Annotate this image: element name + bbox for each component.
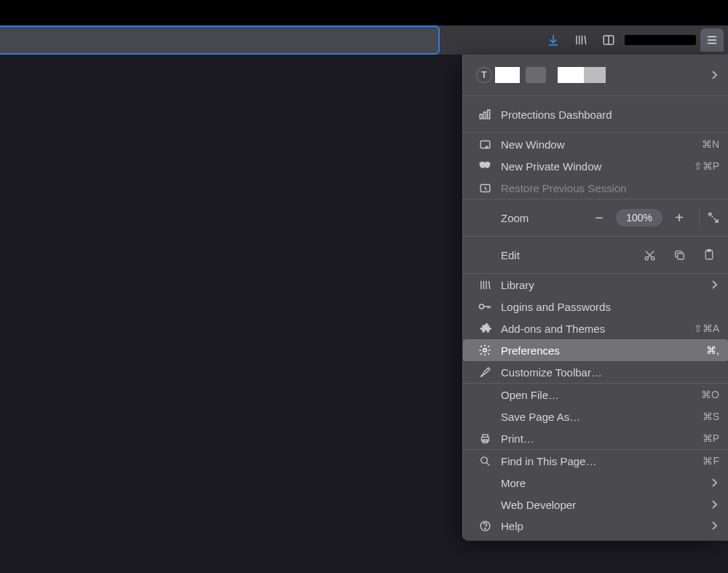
menu-item-label: Print…: [501, 432, 697, 445]
shortcut-label: ⇧⌘P: [694, 160, 719, 172]
svg-rect-10: [708, 250, 711, 252]
app-menu: T Protections Dashboard New Window ⌘N: [462, 55, 728, 541]
account-redacted-dim: [526, 67, 546, 83]
menu-preferences[interactable]: Preferences ⌘,: [463, 339, 728, 361]
menu-item-label: New Private Window: [501, 160, 688, 173]
svg-rect-8: [678, 253, 684, 259]
menu-new-private-window[interactable]: New Private Window ⇧⌘P: [463, 155, 728, 177]
menu-item-label: Open File…: [501, 389, 695, 401]
menu-protections-dashboard[interactable]: Protections Dashboard: [463, 96, 728, 133]
window-titlebar: [0, 0, 728, 25]
menu-item-label: More: [501, 477, 703, 489]
printer-icon: [478, 431, 492, 446]
menu-restore-session: Restore Previous Session: [463, 177, 728, 199]
chevron-right-icon: [709, 499, 719, 510]
shortcut-label: ⌘,: [706, 344, 719, 356]
window-icon: [478, 137, 492, 151]
key-icon: [478, 299, 492, 314]
account-row[interactable]: T: [463, 55, 728, 95]
svg-point-6: [645, 256, 648, 259]
menu-help[interactable]: Help: [463, 515, 728, 540]
brush-icon: [478, 365, 492, 379]
account-redacted-3: [584, 67, 606, 83]
menu-item-label: New Window: [501, 138, 696, 151]
gear-icon: [478, 343, 492, 357]
svg-point-15: [480, 457, 487, 463]
menu-edit-row: Edit: [463, 237, 728, 273]
shortcut-label: ⌘P: [703, 432, 719, 444]
copy-icon[interactable]: [673, 249, 686, 261]
sidebar-icon[interactable]: [597, 28, 620, 52]
svg-point-11: [480, 304, 484, 309]
menu-save-page[interactable]: Save Page As… ⌘S: [463, 406, 728, 427]
svg-point-17: [484, 528, 485, 529]
menu-item-label: Preferences: [501, 344, 700, 357]
menu-item-label: Library: [501, 279, 703, 291]
paste-icon[interactable]: [703, 248, 715, 261]
downloads-icon[interactable]: [542, 28, 565, 52]
restore-icon: [478, 181, 492, 195]
menu-zoom-row: Zoom − 100% +: [463, 199, 728, 236]
shortcut-label: ⌘O: [701, 389, 719, 400]
menu-customize-toolbar[interactable]: Customize Toolbar…: [463, 361, 728, 383]
edit-label: Edit: [501, 249, 644, 261]
menu-print[interactable]: Print… ⌘P: [463, 427, 728, 449]
menu-item-label: Protections Dashboard: [501, 108, 719, 121]
menu-logins[interactable]: Logins and Passwords: [463, 296, 728, 317]
svg-point-12: [483, 349, 487, 352]
zoom-in-button[interactable]: +: [668, 208, 690, 227]
chevron-right-icon: [709, 478, 719, 488]
menu-addons[interactable]: Add-ons and Themes ⇧⌘A: [463, 317, 728, 339]
search-icon: [478, 454, 492, 468]
menu-web-developer[interactable]: Web Developer: [463, 494, 728, 515]
svg-rect-1: [480, 114, 482, 119]
library-icon[interactable]: [569, 28, 593, 52]
shortcut-label: ⌘F: [703, 455, 719, 467]
chevron-right-icon: [709, 280, 719, 290]
menu-item-label: Restore Previous Session: [501, 182, 719, 194]
help-icon: [478, 518, 492, 533]
svg-rect-3: [488, 110, 490, 119]
menu-item-label: Web Developer: [501, 499, 703, 511]
svg-point-7: [652, 256, 654, 259]
account-badge: T: [476, 67, 492, 83]
puzzle-icon: [478, 321, 492, 336]
chevron-right-icon: [709, 521, 719, 531]
svg-rect-2: [484, 112, 486, 119]
cut-icon[interactable]: [644, 249, 656, 261]
toolbar-redacted: [625, 35, 696, 45]
menu-library[interactable]: Library: [463, 274, 728, 296]
shortcut-label: ⇧⌘A: [694, 323, 719, 334]
url-bar[interactable]: [0, 25, 440, 55]
menu-item-label: Find in This Page…: [501, 455, 697, 467]
dashboard-icon: [478, 107, 492, 122]
menu-open-file[interactable]: Open File… ⌘O: [463, 384, 728, 406]
account-redacted-1: [495, 67, 520, 83]
shortcut-label: ⌘S: [703, 411, 719, 422]
fullscreen-button[interactable]: [699, 208, 719, 227]
menu-item-label: Customize Toolbar…: [501, 366, 719, 379]
menu-more[interactable]: More: [463, 472, 728, 494]
menu-new-window[interactable]: New Window ⌘N: [463, 133, 728, 155]
mask-icon: [478, 159, 492, 173]
menu-item-label: Add-ons and Themes: [501, 323, 688, 335]
library-icon: [478, 277, 492, 292]
chevron-right-icon: [709, 70, 719, 80]
shortcut-label: ⌘N: [702, 138, 719, 150]
zoom-out-button[interactable]: −: [588, 208, 610, 227]
menu-item-label: Logins and Passwords: [501, 301, 719, 313]
zoom-value[interactable]: 100%: [616, 209, 662, 226]
menu-find-in-page[interactable]: Find in This Page… ⌘F: [463, 450, 728, 472]
menu-item-label: Save Page As…: [501, 411, 697, 423]
zoom-label: Zoom: [501, 212, 588, 224]
menu-item-label: Help: [501, 520, 703, 532]
account-redacted-2: [558, 67, 584, 83]
hamburger-menu-button[interactable]: [700, 28, 724, 52]
